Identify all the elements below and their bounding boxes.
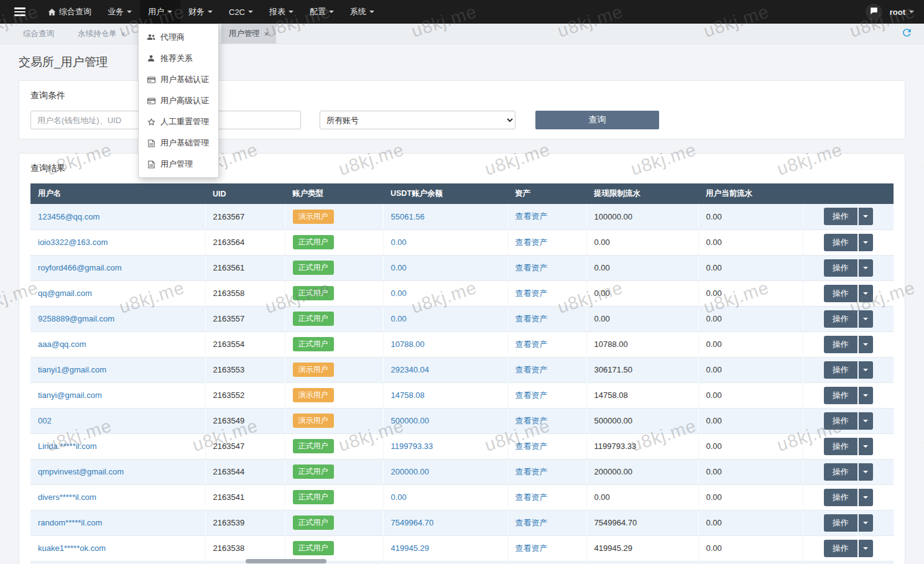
refresh-button[interactable] xyxy=(890,24,924,44)
menu-item-user-management[interactable]: 用户管理 xyxy=(139,154,218,175)
account-type-select[interactable]: 所有账号 xyxy=(320,111,515,129)
action-dropdown-button[interactable] xyxy=(859,540,873,557)
action-button[interactable]: 操作 xyxy=(824,514,857,532)
action-button[interactable]: 操作 xyxy=(824,285,857,302)
action-button[interactable]: 操作 xyxy=(824,208,857,225)
action-button[interactable]: 操作 xyxy=(824,438,857,455)
action-dropdown-button[interactable] xyxy=(859,412,873,430)
tab-composite-query[interactable]: 综合查询 xyxy=(16,24,62,44)
action-button[interactable]: 操作 xyxy=(824,234,857,251)
close-icon[interactable]: × xyxy=(264,29,269,39)
hamburger-menu-button[interactable] xyxy=(0,0,40,24)
username-link[interactable]: random*****il.com xyxy=(38,518,102,527)
view-assets-link[interactable]: 查看资产 xyxy=(515,391,548,400)
usdt-balance-link[interactable]: 0.00 xyxy=(391,238,407,247)
usdt-balance-link[interactable]: 10788.00 xyxy=(391,340,425,349)
action-dropdown-button[interactable] xyxy=(859,259,873,277)
close-icon[interactable]: × xyxy=(121,29,126,39)
nav-item-reports[interactable]: 报表 xyxy=(261,0,302,24)
view-assets-link[interactable]: 查看资产 xyxy=(515,365,548,374)
action-dropdown-button[interactable] xyxy=(859,387,873,404)
username-link[interactable]: 9258889@gmail.com xyxy=(38,314,114,323)
nav-item-business[interactable]: 业务 xyxy=(99,0,140,24)
view-assets-link[interactable]: 查看资产 xyxy=(515,238,548,247)
username-link[interactable]: ioio3322@163.com xyxy=(38,238,108,247)
username-link[interactable]: tianyi@gmail.com xyxy=(38,391,102,400)
usdt-balance-link[interactable]: 1199793.33 xyxy=(391,441,433,451)
view-assets-link[interactable]: 查看资产 xyxy=(515,289,548,298)
menu-item-user-advanced-verification[interactable]: 用户高级认证 xyxy=(139,90,218,111)
nav-item-c2c[interactable]: C2C xyxy=(221,0,261,24)
action-dropdown-button[interactable] xyxy=(859,208,873,225)
nav-item-composite-query[interactable]: 综合查询 xyxy=(40,0,99,24)
usdt-balance-link[interactable]: 14758.08 xyxy=(391,391,425,400)
username-link[interactable]: qmpvinvest@gmail.com xyxy=(38,467,124,476)
username-link[interactable]: aaa@qq.com xyxy=(38,340,86,349)
menu-item-manual-reset-management[interactable]: 人工重置管理 xyxy=(139,111,218,132)
view-assets-link[interactable]: 查看资产 xyxy=(515,467,548,476)
menu-item-user-basic-management[interactable]: 用户基础管理 xyxy=(139,132,218,154)
username-link[interactable]: royford466@gmail.com xyxy=(38,263,122,272)
username-link[interactable]: 123456@qq.com xyxy=(38,212,99,221)
view-assets-link[interactable]: 查看资产 xyxy=(515,416,548,425)
action-dropdown-button[interactable] xyxy=(859,463,873,481)
username-link[interactable]: kuake1*****ok.com xyxy=(38,543,106,553)
username-link[interactable]: divers*****il.com xyxy=(38,492,96,502)
usdt-balance-link[interactable]: 200000.00 xyxy=(391,467,429,476)
action-button[interactable]: 操作 xyxy=(824,361,857,379)
chevron-down-icon xyxy=(127,11,132,13)
nav-item-system[interactable]: 系统 xyxy=(342,0,382,24)
view-assets-link[interactable]: 查看资产 xyxy=(515,340,548,349)
user-menu[interactable]: root xyxy=(890,7,914,17)
username-link[interactable]: Linda.*****il.com xyxy=(38,441,97,451)
action-dropdown-button[interactable] xyxy=(859,234,873,251)
action-button[interactable]: 操作 xyxy=(824,310,857,328)
view-assets-link[interactable]: 查看资产 xyxy=(515,441,548,451)
username-link[interactable]: qq@gmail.com xyxy=(38,289,92,298)
view-assets-link[interactable]: 查看资产 xyxy=(515,211,548,221)
action-button[interactable]: 操作 xyxy=(824,412,857,430)
view-assets-link[interactable]: 查看资产 xyxy=(515,543,548,553)
horizontal-scrollbar[interactable] xyxy=(0,558,924,564)
menu-item-agent[interactable]: 代理商 xyxy=(139,27,218,48)
tab-user-management[interactable]: 用户管理× xyxy=(221,24,277,44)
messages-button[interactable] xyxy=(866,4,882,21)
action-button[interactable]: 操作 xyxy=(824,489,857,506)
action-button[interactable]: 操作 xyxy=(824,540,857,557)
nav-item-users[interactable]: 用户 xyxy=(140,0,180,24)
scrollbar-thumb[interactable] xyxy=(246,559,326,563)
action-button[interactable]: 操作 xyxy=(824,336,857,353)
usdt-balance-link[interactable]: 55061.56 xyxy=(391,212,425,221)
action-dropdown-button[interactable] xyxy=(859,336,873,353)
usdt-balance-link[interactable]: 0.00 xyxy=(391,314,407,323)
usdt-balance-link[interactable]: 500000.00 xyxy=(391,416,429,425)
usdt-balance-link[interactable]: 292340.04 xyxy=(391,365,429,374)
tab-perpetual-positions[interactable]: 永续持仓单× xyxy=(70,24,133,44)
view-assets-link[interactable]: 查看资产 xyxy=(515,314,548,323)
view-assets-link[interactable]: 查看资产 xyxy=(515,263,548,272)
usdt-balance-link[interactable]: 0.00 xyxy=(391,289,407,298)
action-dropdown-button[interactable] xyxy=(859,285,873,302)
usdt-balance-link[interactable]: 419945.29 xyxy=(391,543,429,553)
usdt-balance-link[interactable]: 0.00 xyxy=(391,492,407,502)
action-button[interactable]: 操作 xyxy=(824,259,857,277)
action-button[interactable]: 操作 xyxy=(824,463,857,481)
action-dropdown-button[interactable] xyxy=(859,514,873,532)
username-link[interactable]: 002 xyxy=(38,416,52,425)
view-assets-link[interactable]: 查看资产 xyxy=(515,518,548,527)
action-dropdown-button[interactable] xyxy=(859,438,873,455)
menu-item-user-basic-verification[interactable]: 用户基础认证 xyxy=(139,69,218,90)
username-link[interactable]: tianyi1@gmail.com xyxy=(38,365,106,374)
nav-item-finance[interactable]: 财务 xyxy=(180,0,221,24)
action-button[interactable]: 操作 xyxy=(824,387,857,404)
action-dropdown-button[interactable] xyxy=(859,361,873,379)
action-dropdown-button[interactable] xyxy=(859,489,873,506)
view-assets-link[interactable]: 查看资产 xyxy=(515,492,548,502)
menu-item-referral-relations[interactable]: 推荐关系 xyxy=(139,48,218,69)
search-button[interactable]: 查询 xyxy=(535,111,659,129)
screen: 综合查询业务用户财务C2C报表配置系统 root 综合查询永续持仓单×交割场控设… xyxy=(0,0,924,564)
usdt-balance-link[interactable]: 7549964.70 xyxy=(391,518,434,527)
usdt-balance-link[interactable]: 0.00 xyxy=(391,263,407,272)
action-dropdown-button[interactable] xyxy=(859,310,873,328)
nav-item-config[interactable]: 配置 xyxy=(302,0,342,24)
